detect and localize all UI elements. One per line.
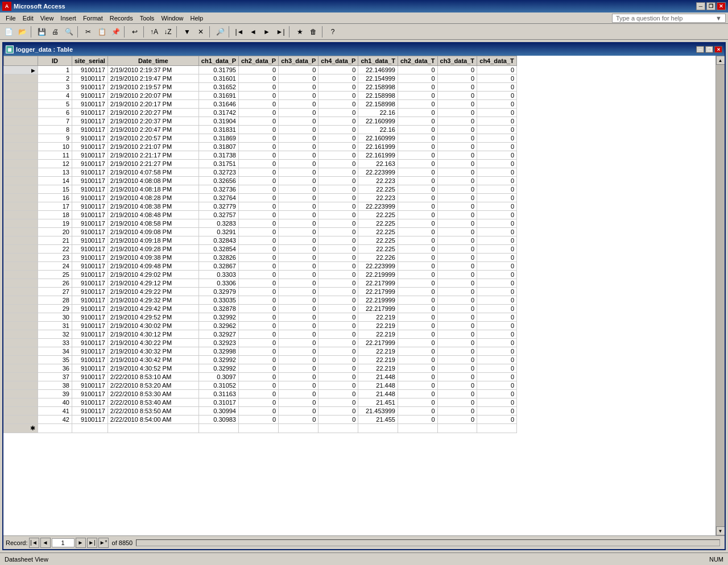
col-ch2-data-t[interactable]: ch2_data_T xyxy=(398,56,437,66)
table-row[interactable]: 3391001172/19/2010 4:30:22 PM0.329230002… xyxy=(4,339,517,347)
table-row[interactable]: 1491001172/19/2010 4:08:08 PM0.326560002… xyxy=(4,177,517,185)
table-row[interactable]: 1691001172/19/2010 4:08:28 PM0.327640002… xyxy=(4,194,517,202)
col-ch3-data-p[interactable]: ch3_data_P xyxy=(279,56,318,66)
col-ch2-data-p[interactable]: ch2_data_P xyxy=(238,56,278,66)
table-row[interactable]: 2691001172/19/2010 4:29:12 PM0.330600022… xyxy=(4,279,517,288)
table-row[interactable]: 391001172/19/2010 2:19:57 PM0.3165200022… xyxy=(4,83,517,92)
col-site-serial[interactable]: site_serial xyxy=(72,56,108,66)
toolbar-preview[interactable]: 🔍 xyxy=(63,26,75,38)
table-row[interactable]: 2291001172/19/2010 4:09:28 PM0.328540002… xyxy=(4,245,517,254)
scroll-down-button[interactable]: ▼ xyxy=(716,526,725,535)
table-close-button[interactable]: ✕ xyxy=(714,46,722,53)
toolbar-undo[interactable]: ↩ xyxy=(129,26,141,38)
toolbar-filter-remove[interactable]: ✕ xyxy=(195,26,207,38)
toolbar-delete[interactable]: 🗑 xyxy=(307,26,320,38)
data-grid-wrapper[interactable]: ID site_serial Date_time ch1_data_P ch2_… xyxy=(3,56,715,535)
table-row[interactable]: 891001172/19/2010 2:20:47 PM0.3183100022… xyxy=(4,126,517,134)
menu-window[interactable]: Window xyxy=(158,14,187,23)
toolbar-open[interactable]: 📂 xyxy=(16,26,28,38)
table-row[interactable]: 2091001172/19/2010 4:09:08 PM0.329100022… xyxy=(4,228,517,236)
nav-first-button[interactable]: |◄ xyxy=(29,538,39,548)
table-row[interactable]: 3691001172/19/2010 4:30:52 PM0.329920002… xyxy=(4,364,517,373)
toolbar-save[interactable]: 💾 xyxy=(35,26,48,38)
toolbar-sort-asc[interactable]: ↑A xyxy=(148,26,160,38)
table-row[interactable]: 1191001172/19/2010 2:21:17 PM0.317380002… xyxy=(4,151,517,160)
toolbar-print[interactable]: 🖨 xyxy=(49,26,61,38)
col-ch4-data-t[interactable]: ch4_data_T xyxy=(477,56,517,66)
table-row[interactable]: 3791001172/22/2010 8:53:10 AM0.309700021… xyxy=(4,373,517,381)
scroll-track[interactable] xyxy=(716,65,725,526)
menu-tools[interactable]: Tools xyxy=(136,14,158,23)
table-row[interactable]: 2191001172/19/2010 4:09:18 PM0.328430002… xyxy=(4,236,517,245)
table-row[interactable]: 1891001172/19/2010 4:08:48 PM0.327570002… xyxy=(4,211,517,219)
table-row[interactable]: 1291001172/19/2010 2:21:27 PM0.317510002… xyxy=(4,160,517,168)
menu-edit[interactable]: Edit xyxy=(19,14,37,23)
table-row[interactable]: 2391001172/19/2010 4:09:38 PM0.328260002… xyxy=(4,254,517,262)
menu-records[interactable]: Records xyxy=(106,14,136,23)
menu-insert[interactable]: Insert xyxy=(57,14,80,23)
toolbar-filter-apply[interactable]: ▼ xyxy=(181,26,193,38)
nav-prev-button[interactable]: ◄ xyxy=(40,538,51,548)
restore-button[interactable]: ❐ xyxy=(706,2,715,10)
nav-last-button[interactable]: ►| xyxy=(87,538,97,548)
table-row[interactable]: 3491001172/19/2010 4:30:32 PM0.329980002… xyxy=(4,347,517,356)
col-ch1-data-p[interactable]: ch1_data_P xyxy=(198,56,238,66)
toolbar-sort-desc[interactable]: ↓Z xyxy=(162,26,174,38)
col-id[interactable]: ID xyxy=(38,56,72,66)
col-ch4-data-p[interactable]: ch4_data_P xyxy=(318,56,358,66)
vertical-scrollbar[interactable]: ▲ ▼ xyxy=(715,56,725,535)
toolbar-help[interactable]: ? xyxy=(326,26,339,38)
table-new-row[interactable]: ✱ xyxy=(4,424,517,433)
col-ch1-data-t[interactable]: ch1_data_T xyxy=(358,56,398,66)
scroll-up-button[interactable]: ▲ xyxy=(716,56,725,65)
table-row[interactable]: 3891001172/22/2010 8:53:20 AM0.310520002… xyxy=(4,381,517,390)
toolbar-nav-first[interactable]: |◄ xyxy=(233,26,246,38)
table-row[interactable]: 591001172/19/2010 2:20:17 PM0.3164600022… xyxy=(4,100,517,109)
record-number-input[interactable] xyxy=(52,538,75,547)
table-row[interactable]: 4191001172/22/2010 8:53:50 AM0.309940002… xyxy=(4,407,517,416)
toolbar-paste[interactable]: 📌 xyxy=(109,26,122,38)
table-row[interactable]: 2991001172/19/2010 4:29:42 PM0.328780002… xyxy=(4,305,517,313)
nav-new-button[interactable]: ►* xyxy=(98,538,109,548)
toolbar-copy[interactable]: 📋 xyxy=(96,26,108,38)
toolbar-new[interactable]: 📄 xyxy=(2,26,15,38)
table-row[interactable]: 3091001172/19/2010 4:29:52 PM0.329920002… xyxy=(4,313,517,322)
toolbar-nav-next[interactable]: ► xyxy=(260,26,273,38)
menu-help[interactable]: Help xyxy=(187,14,207,23)
close-button[interactable]: ✕ xyxy=(717,2,726,10)
menu-format[interactable]: Format xyxy=(80,14,106,23)
toolbar-nav-prev[interactable]: ◄ xyxy=(247,26,259,38)
toolbar-cut[interactable]: ✂ xyxy=(82,26,94,38)
table-row[interactable]: 4091001172/22/2010 8:53:40 AM0.310170002… xyxy=(4,398,517,407)
table-row[interactable]: 2891001172/19/2010 4:29:32 PM0.330350002… xyxy=(4,296,517,305)
table-row[interactable]: 791001172/19/2010 2:20:37 PM0.3190400022… xyxy=(4,117,517,126)
table-restore-button[interactable]: ❐ xyxy=(705,46,713,53)
table-row[interactable]: 1791001172/19/2010 4:08:38 PM0.327790002… xyxy=(4,202,517,211)
nav-next-button[interactable]: ► xyxy=(76,538,86,548)
table-row[interactable]: 3591001172/19/2010 4:30:42 PM0.329920002… xyxy=(4,356,517,364)
table-row[interactable]: 1591001172/19/2010 4:08:18 PM0.327360002… xyxy=(4,185,517,194)
table-row[interactable]: 1391001172/19/2010 4:07:58 PM0.327230002… xyxy=(4,168,517,177)
table-row[interactable]: 1991001172/19/2010 4:08:58 PM0.328300022… xyxy=(4,219,517,228)
table-row[interactable]: 3991001172/22/2010 8:53:30 AM0.311630002… xyxy=(4,390,517,398)
menu-file[interactable]: File xyxy=(2,14,19,23)
table-row[interactable]: ▶191001172/19/2010 2:19:37 PM0.317950002… xyxy=(4,66,517,74)
horizontal-scrollbar[interactable] xyxy=(136,539,720,546)
table-row[interactable]: 4291001172/22/2010 8:54:00 AM0.309830002… xyxy=(4,416,517,424)
minimize-button[interactable]: ─ xyxy=(696,2,705,10)
col-date-time[interactable]: Date_time xyxy=(107,56,198,66)
table-row[interactable]: 991001172/19/2010 2:20:57 PM0.3186900022… xyxy=(4,134,517,143)
toolbar-find[interactable]: 🔎 xyxy=(214,26,226,38)
table-row[interactable]: 2591001172/19/2010 4:29:02 PM0.330300022… xyxy=(4,271,517,279)
toolbar-new-record[interactable]: ★ xyxy=(293,26,306,38)
menu-view[interactable]: View xyxy=(37,14,57,23)
table-row[interactable]: 2491001172/19/2010 4:09:48 PM0.328670002… xyxy=(4,262,517,271)
table-row[interactable]: 2791001172/19/2010 4:29:22 PM0.329790002… xyxy=(4,288,517,296)
table-row[interactable]: 3191001172/19/2010 4:30:02 PM0.329620002… xyxy=(4,322,517,330)
table-row[interactable]: 691001172/19/2010 2:20:27 PM0.3174200022… xyxy=(4,109,517,117)
help-search-box[interactable]: Type a question for help ▼ xyxy=(612,14,726,23)
col-ch3-data-t[interactable]: ch3_data_T xyxy=(437,56,477,66)
table-row[interactable]: 291001172/19/2010 2:19:47 PM0.3160100022… xyxy=(4,74,517,83)
table-row[interactable]: 491001172/19/2010 2:20:07 PM0.3169100022… xyxy=(4,92,517,100)
toolbar-nav-last[interactable]: ►| xyxy=(274,26,287,38)
